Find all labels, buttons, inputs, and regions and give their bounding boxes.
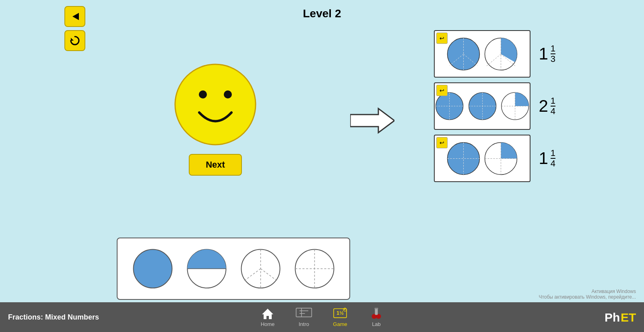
svg-marker-5 — [350, 109, 394, 133]
svg-marker-1 — [71, 38, 74, 41]
fraction-card-1: ↩ — [434, 30, 530, 78]
app-title: Fractions: Mixed Numbers — [8, 313, 99, 322]
svg-point-4 — [224, 90, 232, 98]
svg-text:1½: 1½ — [336, 310, 344, 316]
fraction-cards: ↩ 1 1 3 — [434, 30, 555, 182]
bottom-nav: Fractions: Mixed Numbers Home Intro 1½ — [0, 302, 644, 332]
fraction-card-2: ↩ — [434, 82, 530, 130]
svg-marker-39 — [262, 309, 273, 319]
phet-logo: Ph ET — [604, 307, 636, 327]
svg-point-2 — [175, 64, 256, 145]
fraction-row-1: ↩ 1 1 3 — [434, 30, 555, 78]
tray-circle-1[interactable] — [132, 248, 174, 290]
fraction-row-2: ↩ 2 1 4 — [434, 82, 555, 130]
arrow — [350, 105, 394, 138]
bottom-tray — [117, 238, 350, 300]
tray-circle-2[interactable] — [186, 248, 228, 290]
svg-rect-50 — [375, 309, 378, 315]
next-button[interactable]: Next — [189, 154, 242, 176]
svg-rect-40 — [296, 308, 312, 317]
nav-home[interactable]: Home — [250, 302, 286, 332]
tray-circle-3[interactable] — [239, 248, 282, 290]
nav-center: Home Intro 1½ Game — [250, 302, 394, 332]
undo-button-2[interactable]: ↩ — [436, 85, 448, 96]
smiley-face — [173, 62, 258, 147]
nav-lab[interactable]: Lab — [358, 302, 394, 332]
svg-text:Ph: Ph — [605, 311, 620, 324]
svg-text:ET: ET — [621, 311, 636, 324]
svg-point-23 — [448, 142, 480, 174]
fraction-value-3: 1 1 4 — [539, 149, 555, 168]
svg-rect-51 — [375, 308, 378, 309]
fraction-row-3: ↩ 1 1 4 — [434, 135, 555, 182]
lab-icon — [370, 307, 383, 320]
fraction-value-2: 2 1 4 — [539, 96, 555, 116]
svg-marker-47 — [344, 309, 346, 310]
game-icon: 1½ — [332, 307, 349, 320]
intro-icon — [295, 307, 312, 320]
fraction-card-3: ↩ — [434, 135, 530, 182]
phet-logo-icon: Ph ET — [604, 307, 636, 327]
home-icon — [261, 307, 274, 320]
windows-activation: Активация Windows Чтобы активировать Win… — [539, 289, 636, 300]
tray-circle-4[interactable] — [293, 248, 336, 290]
svg-point-29 — [133, 250, 172, 288]
nav-intro[interactable]: Intro — [286, 302, 322, 332]
fraction-value-1: 1 1 3 — [539, 44, 555, 64]
refresh-button[interactable] — [64, 30, 85, 51]
undo-button-1[interactable]: ↩ — [436, 33, 448, 44]
svg-point-3 — [199, 90, 207, 98]
nav-game[interactable]: 1½ Game — [322, 302, 358, 332]
undo-button-3[interactable]: ↩ — [436, 137, 448, 148]
page-title: Level 2 — [0, 7, 644, 20]
smiley-section: Next — [173, 62, 258, 176]
